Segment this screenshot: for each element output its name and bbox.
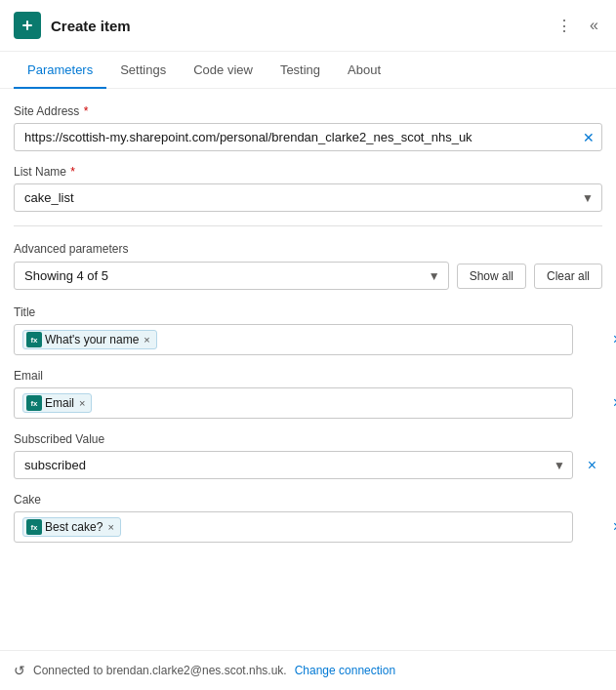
header-actions: ⋮ « — [553, 15, 602, 37]
cake-param-field: Cake fx Best cake? × × — [14, 493, 602, 543]
email-remove-button[interactable]: × — [609, 394, 616, 412]
tab-parameters[interactable]: Parameters — [14, 53, 106, 89]
title-tag-icon: fx — [26, 332, 42, 347]
email-param-field: Email fx Email × × — [14, 369, 602, 419]
advanced-parameters-label: Advanced parameters — [14, 242, 602, 256]
site-address-clear-button[interactable]: ✕ — [583, 130, 595, 145]
email-tag-close-button[interactable]: × — [79, 397, 85, 409]
list-name-label: List Name * — [14, 165, 602, 179]
subscribed-param-label: Subscribed Value — [14, 432, 602, 446]
footer: ↺ Connected to brendan.clarke2@nes.scot.… — [0, 650, 616, 690]
list-name-field: cake_list ▼ — [14, 183, 602, 212]
change-connection-link[interactable]: Change connection — [295, 664, 395, 677]
email-param-label: Email — [14, 369, 602, 383]
show-all-button[interactable]: Show all — [457, 264, 526, 289]
section-divider — [14, 225, 602, 226]
advanced-showing-select[interactable]: Showing 4 of 5 — [14, 262, 449, 290]
title-param-label: Title — [14, 305, 602, 319]
title-tag: fx What's your name × — [22, 330, 157, 349]
title-param-row: fx What's your name × × — [14, 324, 602, 355]
tab-codeview[interactable]: Code view — [180, 53, 267, 89]
header: Create item ⋮ « — [0, 0, 616, 52]
cake-remove-button[interactable]: × — [609, 518, 616, 536]
connection-icon: ↺ — [14, 663, 25, 678]
content-area: Site Address * ✕ List Name * cake_list ▼… — [0, 89, 616, 572]
cake-param-row: fx Best cake? × × — [14, 511, 602, 543]
email-tag-input[interactable]: fx Email × — [14, 387, 573, 419]
list-name-select[interactable]: cake_list — [14, 183, 602, 212]
title-remove-button[interactable]: × — [609, 331, 616, 348]
email-tag-text: Email — [45, 396, 74, 410]
email-tag: fx Email × — [22, 393, 92, 413]
advanced-row: Showing 4 of 5 ▼ Show all Clear all — [14, 262, 602, 290]
cake-tag-input[interactable]: fx Best cake? × — [14, 511, 573, 543]
cake-tag-close-button[interactable]: × — [107, 521, 113, 533]
site-address-field: ✕ — [14, 123, 602, 151]
tab-testing[interactable]: Testing — [267, 53, 334, 89]
collapse-button[interactable]: « — [586, 15, 602, 36]
connection-text: Connected to brendan.clarke2@nes.scot.nh… — [33, 664, 287, 677]
clear-all-button[interactable]: Clear all — [534, 264, 602, 289]
tab-about[interactable]: About — [334, 53, 394, 89]
cake-tag-text: Best cake? — [45, 520, 103, 534]
title-param-field: Title fx What's your name × × — [14, 305, 602, 355]
title-tag-text: What's your name — [45, 333, 139, 346]
page-title: Create item — [51, 18, 543, 34]
site-address-label: Site Address * — [14, 104, 602, 118]
advanced-parameters-section: Advanced parameters Showing 4 of 5 ▼ Sho… — [14, 242, 602, 290]
email-param-row: fx Email × × — [14, 387, 602, 419]
subscribed-param-field: Subscribed Value subscribed unsubscribed… — [14, 432, 602, 479]
app-icon — [14, 12, 41, 39]
advanced-showing-field: Showing 4 of 5 ▼ — [14, 262, 449, 290]
email-tag-icon: fx — [26, 395, 42, 411]
cake-tag: fx Best cake? × — [22, 517, 121, 537]
title-tag-close-button[interactable]: × — [144, 334, 149, 345]
tab-bar: Parameters Settings Code view Testing Ab… — [0, 52, 616, 89]
subscribed-select[interactable]: subscribed unsubscribed — [14, 451, 573, 479]
cake-param-label: Cake — [14, 493, 602, 507]
title-tag-input[interactable]: fx What's your name × — [14, 324, 573, 355]
tab-settings[interactable]: Settings — [106, 53, 180, 89]
subscribed-select-wrapper: subscribed unsubscribed ▼ × — [14, 451, 602, 479]
site-address-input[interactable] — [14, 123, 602, 151]
subscribed-remove-button[interactable]: × — [586, 457, 598, 474]
more-options-button[interactable]: ⋮ — [553, 15, 576, 37]
cake-tag-icon: fx — [26, 519, 42, 535]
